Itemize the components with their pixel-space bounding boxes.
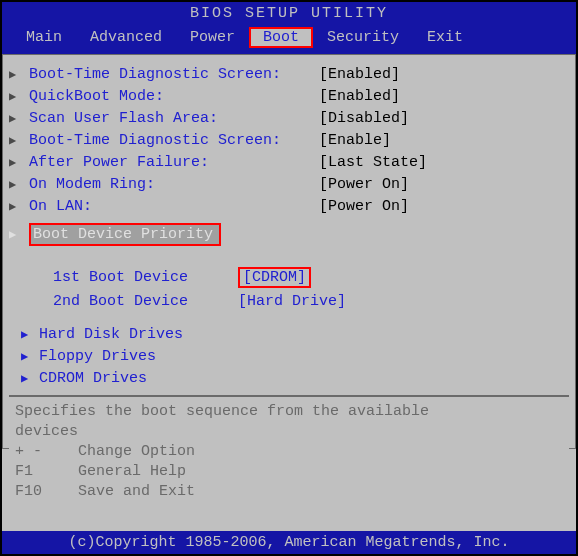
setting-label: Scan User Flash Area: (29, 110, 319, 127)
header: BIOS SETUP UTILITY (2, 2, 576, 25)
drive-menu-label: Hard Disk Drives (29, 326, 183, 343)
setting-value[interactable]: [Power On] (319, 198, 409, 215)
drive-menu-label: Floppy Drives (29, 348, 156, 365)
tab-power[interactable]: Power (176, 27, 249, 48)
setting-row[interactable]: ▶ Boot-Time Diagnostic Screen: [Enable] (9, 129, 569, 151)
help-text: F1 General Help (15, 463, 563, 483)
drive-menu-row[interactable]: ▶ Hard Disk Drives (9, 323, 569, 345)
setting-row[interactable]: ▶ Boot-Time Diagnostic Screen: [Enabled] (9, 63, 569, 85)
drive-menu-label: CDROM Drives (29, 370, 147, 387)
setting-value[interactable]: [Power On] (319, 176, 409, 193)
setting-row[interactable]: ▶ QuickBoot Mode: [Enabled] (9, 85, 569, 107)
triangle-icon: ▶ (9, 89, 29, 104)
help-text: + - Change Option (15, 443, 563, 463)
boot-device-priority-menu[interactable]: ▶ Boot Device Priority (9, 221, 569, 247)
tab-exit[interactable]: Exit (413, 27, 477, 48)
setting-row[interactable]: ▶ On LAN: [Power On] (9, 195, 569, 217)
help-text: Specifies the boot sequence from the ava… (15, 403, 563, 423)
setting-value[interactable]: [Enabled] (319, 88, 400, 105)
triangle-icon: ▶ (9, 67, 29, 82)
spacer (9, 313, 569, 323)
setting-row[interactable]: ▶ After Power Failure: [Last State] (9, 151, 569, 173)
setting-label: Boot-Time Diagnostic Screen: (29, 66, 319, 83)
menubar: Main Advanced Power Boot Security Exit (2, 25, 576, 54)
help-panel: Specifies the boot sequence from the ava… (9, 401, 569, 505)
setting-value[interactable]: [Enabled] (319, 66, 400, 83)
triangle-icon: ▶ (9, 327, 29, 342)
tab-advanced[interactable]: Advanced (76, 27, 176, 48)
tab-security[interactable]: Security (313, 27, 413, 48)
boot-device-value[interactable]: [CDROM] (238, 267, 311, 288)
triangle-icon: ▶ (9, 177, 29, 192)
triangle-icon: ▶ (9, 199, 29, 214)
copyright-text: (c)Copyright 1985-2006, American Megatre… (68, 534, 509, 551)
triangle-icon: ▶ (9, 349, 29, 364)
boot-priority-label: Boot Device Priority (29, 223, 221, 246)
setting-row[interactable]: ▶ On Modem Ring: [Power On] (9, 173, 569, 195)
setting-value[interactable]: [Enable] (319, 132, 391, 149)
tab-main[interactable]: Main (12, 27, 76, 48)
setting-label: Boot-Time Diagnostic Screen: (29, 132, 319, 149)
boot-device-row[interactable]: 2nd Boot Device [Hard Drive] (9, 289, 569, 313)
boot-device-label: 2nd Boot Device (53, 293, 238, 310)
setting-value[interactable]: [Disabled] (319, 110, 409, 127)
spacer (9, 255, 569, 265)
triangle-icon: ▶ (9, 227, 29, 242)
setting-label: After Power Failure: (29, 154, 319, 171)
setting-label: On Modem Ring: (29, 176, 319, 193)
drive-menu-row[interactable]: ▶ CDROM Drives (9, 367, 569, 389)
triangle-icon: ▶ (9, 155, 29, 170)
triangle-icon: ▶ (9, 133, 29, 148)
triangle-icon: ▶ (9, 371, 29, 386)
content-panel: ▶ Boot-Time Diagnostic Screen: [Enabled]… (2, 54, 576, 449)
boot-device-row[interactable]: 1st Boot Device [CDROM] (9, 265, 569, 289)
divider (9, 395, 569, 397)
app-title: BIOS SETUP UTILITY (190, 5, 388, 22)
setting-value[interactable]: [Last State] (319, 154, 427, 171)
setting-row[interactable]: ▶ Scan User Flash Area: [Disabled] (9, 107, 569, 129)
footer: (c)Copyright 1985-2006, American Megatre… (2, 531, 576, 554)
help-text: F10 Save and Exit (15, 483, 563, 503)
setting-label: QuickBoot Mode: (29, 88, 319, 105)
setting-label: On LAN: (29, 198, 319, 215)
triangle-icon: ▶ (9, 111, 29, 126)
help-text: devices (15, 423, 563, 443)
boot-device-label: 1st Boot Device (53, 269, 238, 286)
tab-boot[interactable]: Boot (249, 27, 313, 48)
boot-device-value[interactable]: [Hard Drive] (238, 293, 346, 310)
drive-menu-row[interactable]: ▶ Floppy Drives (9, 345, 569, 367)
